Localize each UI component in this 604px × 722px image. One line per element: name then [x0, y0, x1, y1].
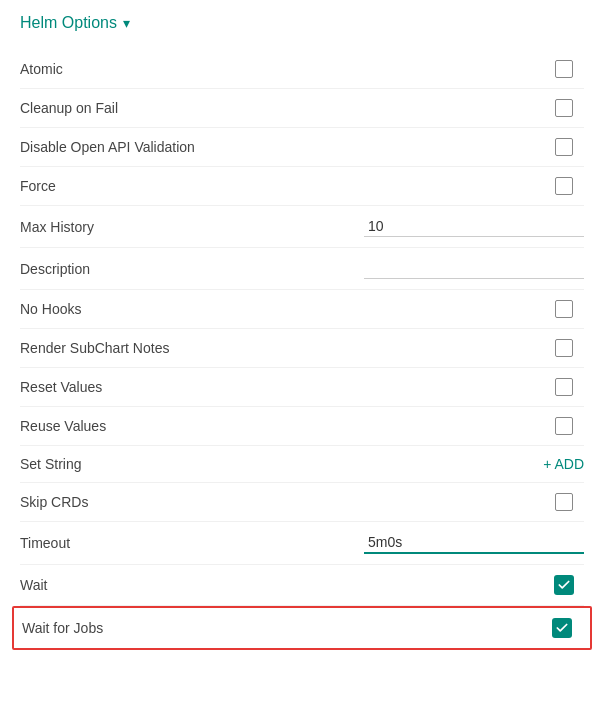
- checkbox-force[interactable]: [555, 177, 573, 195]
- option-label-reuse-values: Reuse Values: [20, 418, 106, 434]
- input-description[interactable]: [364, 258, 584, 279]
- checkbox-skip-crds[interactable]: [555, 493, 573, 511]
- option-row-max-history: Max History: [20, 206, 584, 248]
- chevron-down-icon: ▾: [123, 15, 130, 31]
- section-title: Helm Options: [20, 14, 117, 32]
- option-label-skip-crds: Skip CRDs: [20, 494, 88, 510]
- option-label-wait-for-jobs: Wait for Jobs: [22, 620, 103, 636]
- option-label-render-subchart: Render SubChart Notes: [20, 340, 169, 356]
- option-label-description: Description: [20, 261, 90, 277]
- checkbox-wait-for-jobs[interactable]: [552, 618, 572, 638]
- checkbox-no-hooks[interactable]: [555, 300, 573, 318]
- option-label-disable-open-api: Disable Open API Validation: [20, 139, 195, 155]
- option-row-timeout: Timeout: [20, 522, 584, 565]
- option-row-reset-values: Reset Values: [20, 368, 584, 407]
- option-row-description: Description: [20, 248, 584, 290]
- option-label-cleanup-on-fail: Cleanup on Fail: [20, 100, 118, 116]
- checkbox-reset-values[interactable]: [555, 378, 573, 396]
- option-label-max-history: Max History: [20, 219, 94, 235]
- option-row-atomic: Atomic: [20, 50, 584, 89]
- options-list: AtomicCleanup on FailDisable Open API Va…: [20, 50, 584, 650]
- input-max-history[interactable]: [364, 216, 584, 237]
- option-row-wait-for-jobs: Wait for Jobs: [12, 606, 592, 650]
- checkbox-atomic[interactable]: [555, 60, 573, 78]
- input-timeout[interactable]: [364, 532, 584, 554]
- section-header[interactable]: Helm Options ▾: [20, 14, 584, 32]
- option-label-reset-values: Reset Values: [20, 379, 102, 395]
- checkbox-render-subchart[interactable]: [555, 339, 573, 357]
- option-row-disable-open-api: Disable Open API Validation: [20, 128, 584, 167]
- option-row-reuse-values: Reuse Values: [20, 407, 584, 446]
- checkbox-cleanup-on-fail[interactable]: [555, 99, 573, 117]
- option-row-cleanup-on-fail: Cleanup on Fail: [20, 89, 584, 128]
- add-button-set-string[interactable]: + ADD: [543, 456, 584, 472]
- checkbox-disable-open-api[interactable]: [555, 138, 573, 156]
- option-label-no-hooks: No Hooks: [20, 301, 81, 317]
- option-row-no-hooks: No Hooks: [20, 290, 584, 329]
- option-label-set-string: Set String: [20, 456, 81, 472]
- option-row-skip-crds: Skip CRDs: [20, 483, 584, 522]
- option-row-force: Force: [20, 167, 584, 206]
- option-label-force: Force: [20, 178, 56, 194]
- option-label-timeout: Timeout: [20, 535, 70, 551]
- option-label-atomic: Atomic: [20, 61, 63, 77]
- checkbox-reuse-values[interactable]: [555, 417, 573, 435]
- option-label-wait: Wait: [20, 577, 47, 593]
- checkbox-wait[interactable]: [554, 575, 574, 595]
- option-row-wait: Wait: [20, 565, 584, 606]
- option-row-render-subchart: Render SubChart Notes: [20, 329, 584, 368]
- option-row-set-string: Set String+ ADD: [20, 446, 584, 483]
